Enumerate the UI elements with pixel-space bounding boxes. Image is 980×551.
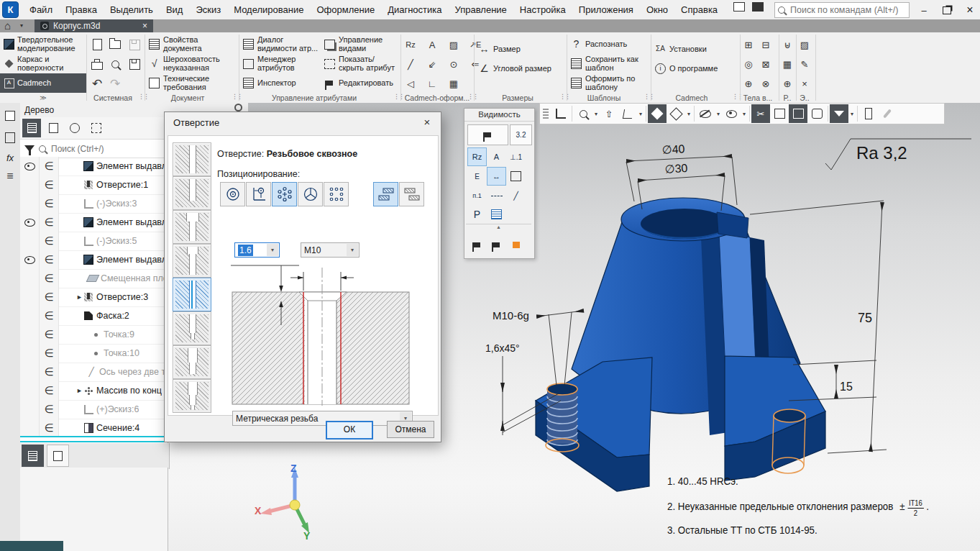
tree-row[interactable]: ∈(+)Эскиз:6 [20, 400, 168, 419]
variables-panel-button[interactable]: fx [3, 150, 17, 165]
tree-row[interactable]: ∈(-)Эскиз:3 [20, 194, 168, 214]
checklist-tab-button[interactable] [47, 445, 69, 467]
element-of-cell[interactable]: ∈ [40, 344, 59, 363]
menu-sketch[interactable]: Эскиз [189, 0, 227, 19]
leader-visibility-button[interactable]: E [467, 167, 487, 186]
flag-folder-button[interactable] [487, 234, 506, 255]
home-button[interactable]: ⌂ [4, 19, 11, 32]
menu-file[interactable]: Файл [23, 0, 59, 19]
menu-window[interactable]: Окно [640, 0, 674, 19]
r-op-button[interactable]: ⊕ [779, 76, 795, 91]
text-frame-button[interactable]: A [424, 37, 440, 53]
frame-visibility-button[interactable] [506, 167, 526, 186]
save-as-button[interactable] [127, 56, 142, 72]
hole-type-thumb[interactable] [173, 311, 211, 345]
threaded-hole-left[interactable] [546, 383, 579, 452]
e-op-button[interactable]: ▨ [797, 37, 812, 53]
template-down-button[interactable] [399, 182, 424, 206]
r-op-button[interactable]: ⊎ [779, 37, 795, 53]
hole-type-thumb[interactable] [173, 345, 211, 379]
tree-panel-button[interactable] [3, 109, 17, 123]
inspector-button[interactable]: Инспектор [242, 73, 320, 93]
element-of-cell[interactable]: ∈ [40, 232, 59, 250]
ribbon-tab-cadmech[interactable]: A Cadmech [0, 73, 86, 93]
text-visibility-button[interactable]: A [487, 147, 506, 166]
tree-row[interactable]: ∈Отверстие:1 [20, 176, 168, 195]
position-by-point-button[interactable] [246, 182, 271, 206]
hole-type-thumb[interactable] [173, 244, 211, 278]
leader-arrow-button[interactable]: ⇙ [424, 56, 440, 72]
new-document-button[interactable] [89, 37, 105, 53]
menu-help[interactable]: Справка [674, 0, 724, 19]
element-of-cell[interactable]: ∈ [40, 400, 59, 419]
show-hide-attribute-button[interactable]: Показать/ скрыть атрибут [324, 54, 398, 73]
flag-cube-button[interactable] [467, 234, 487, 255]
tree-row[interactable]: ∈Элемент выдавл [20, 250, 168, 270]
body-op-button[interactable]: ⊞ [741, 37, 756, 53]
tree-row[interactable]: ∈Элемент выдавл [20, 213, 168, 232]
datum-visibility-button[interactable] [487, 186, 506, 205]
eye-cell[interactable] [20, 250, 40, 269]
position-grid-button[interactable] [324, 182, 349, 206]
document-properties-button[interactable]: Свойства документа [148, 35, 236, 54]
e-op-button[interactable]: ✎ [797, 56, 812, 72]
hole-type-thumb-selected[interactable] [173, 278, 211, 311]
preview-button[interactable] [107, 56, 123, 72]
hole-type-thumb[interactable] [173, 210, 211, 244]
close-button[interactable]: × [961, 3, 979, 17]
home-caret-icon[interactable]: ▾ [20, 22, 23, 29]
menu-view[interactable]: Вид [160, 0, 190, 19]
angle-mark-button[interactable]: ∟ [424, 76, 440, 91]
tree-row[interactable]: ∈(-)Эскиз:5 [20, 232, 168, 251]
r-op-button[interactable]: ▦ [779, 56, 795, 72]
arrow-view-button[interactable]: ◁ [403, 76, 418, 91]
element-of-cell[interactable]: ∈ [40, 269, 59, 288]
gear-icon[interactable] [234, 104, 242, 111]
tree-row[interactable]: ∈╱Ось через две то [20, 363, 168, 382]
element-of-cell[interactable]: ∈ [40, 325, 59, 344]
rz-roughness-button[interactable]: Rz [403, 37, 418, 53]
position-polygon-button[interactable] [272, 182, 297, 206]
tree-relations-button[interactable] [65, 119, 84, 137]
menu-edit[interactable]: Правка [59, 0, 104, 19]
cancel-button[interactable]: Отмена [387, 421, 434, 438]
attr-visibility-dialog-button[interactable]: Диалог видимости атр... [242, 35, 320, 54]
tree-row[interactable]: ∈Сечение:4 [20, 419, 168, 438]
tree-composition-button[interactable] [44, 119, 63, 137]
ok-button[interactable]: ОК [326, 421, 373, 440]
eye-cell[interactable] [20, 213, 40, 232]
menu-drafting[interactable]: Оформление [310, 0, 381, 19]
undo-button[interactable]: ↶ [89, 76, 105, 91]
hatch-box-button[interactable]: ▨ [446, 37, 462, 53]
menu-diagnostics[interactable]: Диагностика [381, 0, 448, 19]
e-op-button[interactable]: × [797, 76, 812, 91]
dimension-button[interactable]: ↔Размер [478, 40, 564, 59]
tree-insertion-marker[interactable] [20, 436, 168, 442]
unspecified-roughness-button[interactable]: √Шероховатость неуказанная [148, 54, 236, 73]
view-management-button[interactable]: Управление видами [324, 35, 398, 54]
tree-row[interactable]: ∈Точка:10 [20, 344, 168, 363]
axis-visibility-button[interactable]: ╱ [506, 186, 526, 205]
position-sector-button[interactable] [298, 182, 323, 206]
palette-collapse-button[interactable]: ▲ [466, 224, 531, 230]
save-as-template-button[interactable]: Сохранить как шаблон [570, 54, 649, 73]
group-grip[interactable]: ⋮⋮ [232, 93, 242, 100]
hole-type-thumb[interactable] [173, 176, 211, 210]
body-op-button[interactable]: ⊕ [741, 76, 756, 91]
template-up-button[interactable] [373, 182, 398, 206]
tree-row[interactable]: ∈►Массив по конц [20, 381, 168, 401]
body-op-button[interactable]: ⊠ [758, 56, 774, 72]
element-of-cell[interactable]: ∈ [40, 157, 59, 176]
roughness-32-button[interactable]: 3.2 [510, 124, 532, 145]
menu-modeling[interactable]: Моделирование [227, 0, 310, 19]
element-of-cell[interactable]: ∈ [40, 381, 59, 400]
tree-structure-button[interactable] [22, 119, 41, 137]
element-of-cell[interactable]: ∈ [40, 194, 59, 213]
restore-button[interactable] [938, 3, 956, 17]
tab-close-icon[interactable]: × [142, 21, 147, 31]
edit-attribute-button[interactable]: Редактировать [324, 73, 398, 93]
command-search-box[interactable] [774, 2, 910, 18]
table-visibility-button[interactable] [487, 205, 506, 224]
tree-row[interactable]: ∈►Отверстие:3 [20, 288, 168, 307]
position-concentric-button[interactable] [220, 182, 245, 206]
